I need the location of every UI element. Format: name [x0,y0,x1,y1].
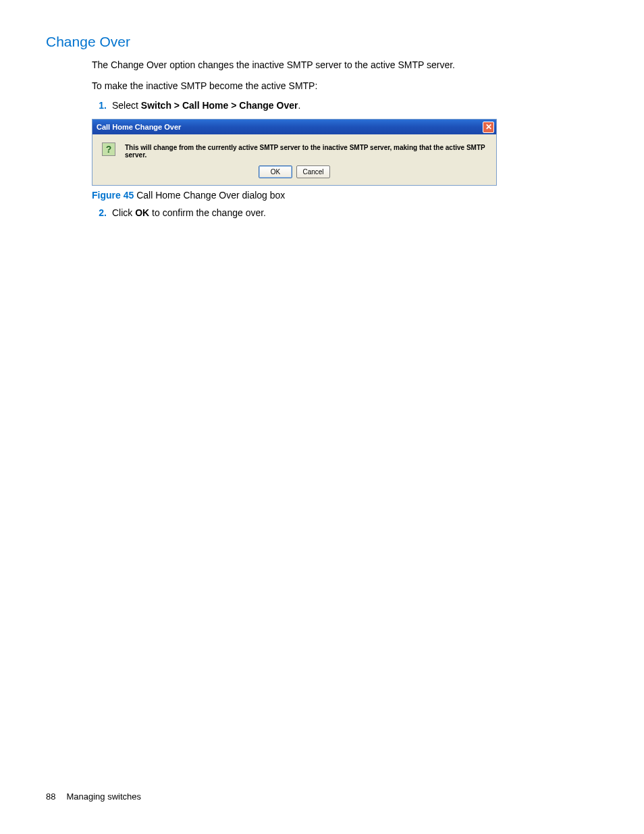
cancel-button[interactable]: Cancel [296,165,330,178]
step-prefix: Select [112,100,141,111]
dialog-message: This will change from the currently acti… [125,142,489,159]
dialog-titlebar: Call Home Change Over ✕ [92,120,496,134]
ok-button[interactable]: OK [259,165,292,178]
step-text: Select Switch > Call Home > Change Over. [112,100,300,111]
step-suffix: . [298,100,300,111]
step-suffix: to confirm the change over. [149,207,266,218]
intro-paragraph-1: The Change Over option changes the inact… [92,58,598,72]
question-mark: ? [106,144,112,155]
page-number: 88 [46,791,55,802]
step-menu-path: Switch > Call Home > Change Over [141,100,298,111]
figure-caption: Figure 45 Call Home Change Over dialog b… [92,190,598,201]
footer-section-title: Managing switches [66,791,141,802]
figure-label: Figure 45 [92,190,134,201]
step-prefix: Click [112,207,135,218]
figure-text: Call Home Change Over dialog box [134,190,285,201]
dialog-body: ? This will change from the currently ac… [92,134,496,161]
procedure-list: 1. Select Switch > Call Home > Change Ov… [92,100,598,111]
dialog-button-row: OK Cancel [92,161,496,185]
question-icon: ? [102,142,115,156]
step-bold: OK [135,207,149,218]
dialog-title: Call Home Change Over [97,123,181,131]
procedure-list-2: 2. Click OK to confirm the change over. [92,207,598,218]
page-footer: 88 Managing switches [46,791,141,802]
close-button[interactable]: ✕ [483,122,494,133]
step-2: 2. Click OK to confirm the change over. [92,207,598,218]
intro-paragraph-2: To make the inactive SMTP become the act… [92,79,598,93]
step-number: 2. [92,207,107,218]
close-icon: ✕ [485,123,492,131]
step-1: 1. Select Switch > Call Home > Change Ov… [92,100,598,111]
step-text: Click OK to confirm the change over. [112,207,266,218]
step-number: 1. [92,100,107,111]
dialog-screenshot: Call Home Change Over ✕ ? This will chan… [92,119,497,186]
dialog-window: Call Home Change Over ✕ ? This will chan… [92,119,497,186]
section-heading: Change Over [46,34,598,50]
